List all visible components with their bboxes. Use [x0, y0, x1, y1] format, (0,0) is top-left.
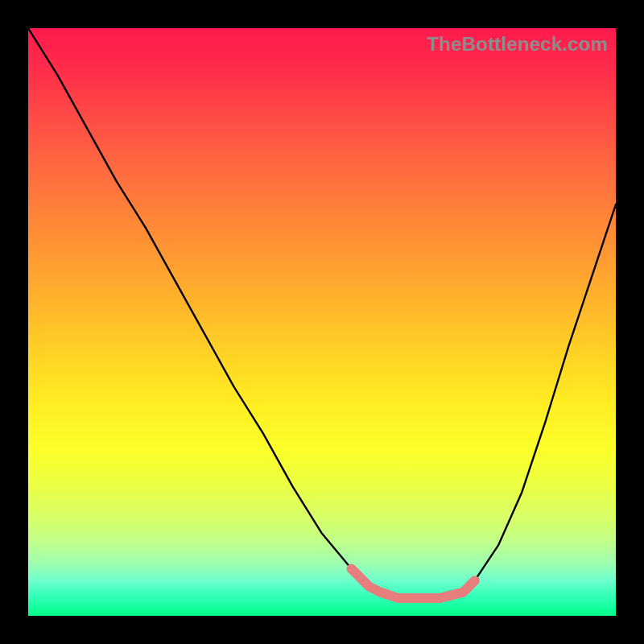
chart-svg [28, 28, 616, 616]
highlight-segment [352, 569, 475, 599]
chart-frame: TheBottleneck.com [0, 0, 644, 644]
chart-plot-area: TheBottleneck.com [28, 28, 616, 616]
main-curve [28, 28, 616, 598]
